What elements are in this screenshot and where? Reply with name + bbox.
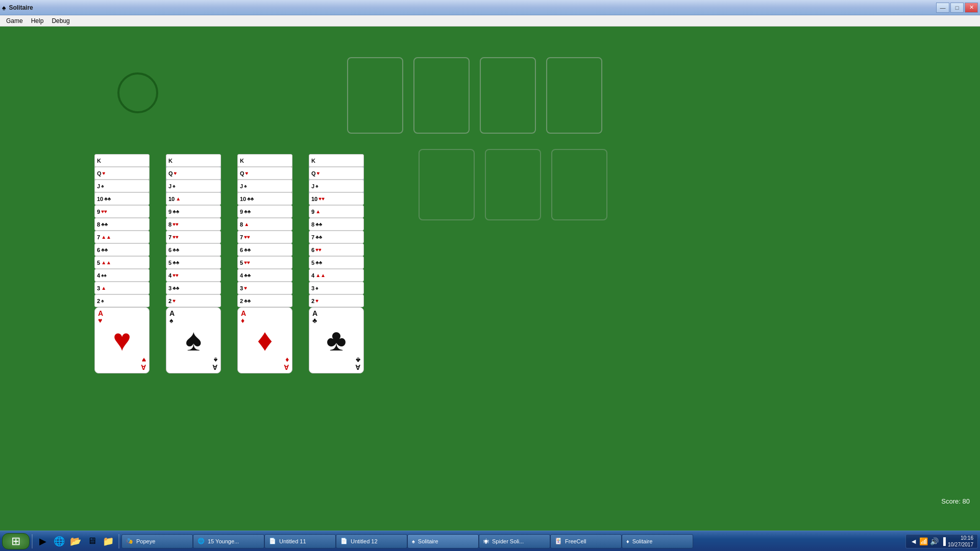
card-10-1[interactable]: 10 ♣♣ xyxy=(94,192,150,205)
card-6-2[interactable]: 6 ♣♣ xyxy=(166,243,221,256)
card-4-4[interactable]: 4 ▲▲ xyxy=(309,269,364,282)
card-10-4[interactable]: 10 ♥♥ xyxy=(309,192,364,205)
foundation-slot-1[interactable] xyxy=(347,57,403,134)
app-icon: ♠ xyxy=(2,4,6,12)
card-K-1[interactable]: K xyxy=(94,154,150,167)
foundation-slot-4[interactable] xyxy=(546,57,602,134)
taskbar-btn-solitaire[interactable]: ♠ Solitaire xyxy=(407,534,479,548)
foundation-slot-3[interactable] xyxy=(480,57,536,134)
card-3-3[interactable]: 3 ♥ xyxy=(237,282,292,294)
extra-slot-2[interactable] xyxy=(485,149,541,220)
doc-icon-1: 📄 xyxy=(269,538,276,544)
card-2-4[interactable]: 2 ♥ xyxy=(309,294,364,307)
tableau-col-4: K Q ♥ J ♠ 10 ♥♥ 9 ▲ 8 ♣♣ 7 ♣♣ 6 ♥♥ 5 ♣♣ … xyxy=(309,154,365,409)
card-J-2[interactable]: J ♠ xyxy=(166,180,221,192)
taskbar-quicklaunch-3[interactable]: 📂 xyxy=(67,534,84,549)
card-Q-2[interactable]: Q ♥ xyxy=(166,167,221,180)
card-8-3[interactable]: 8 ▲ xyxy=(237,218,292,231)
card-8-4[interactable]: 8 ♣♣ xyxy=(309,218,364,231)
start-button[interactable]: ⊞ xyxy=(2,533,30,549)
card-9-1[interactable]: 9 ♥♥ xyxy=(94,205,150,218)
clock-time: 10:16 xyxy=(948,535,973,541)
taskbar-btn-freecell[interactable]: 🃏 FreeCell xyxy=(550,534,622,548)
card-2-3[interactable]: 2 ♣♣ xyxy=(237,294,292,307)
card-8-2[interactable]: 8 ♥♥ xyxy=(166,218,221,231)
card-9-4[interactable]: 9 ▲ xyxy=(309,205,364,218)
taskbar-quicklaunch-5[interactable]: 📁 xyxy=(100,534,116,549)
card-J-1[interactable]: J ♠ xyxy=(94,180,150,192)
close-button[interactable]: ✕ xyxy=(965,3,978,13)
card-J-3[interactable]: J ♠ xyxy=(237,180,292,192)
card-A-1[interactable]: A♥ ♥ A♥ xyxy=(94,307,150,373)
card-Q-3[interactable]: Q ♥ xyxy=(237,167,292,180)
extra-area xyxy=(419,149,607,220)
card-K-2[interactable]: K xyxy=(166,154,221,167)
card-9-2[interactable]: 9 ♣♣ xyxy=(166,205,221,218)
card-5-2[interactable]: 5 ♣♣ xyxy=(166,256,221,269)
card-Q-1[interactable]: Q ♥ xyxy=(94,167,150,180)
card-K-4[interactable]: K xyxy=(309,154,364,167)
card-5-4[interactable]: 5 ♣♣ xyxy=(309,256,364,269)
taskbar-btn-untitled2[interactable]: 📄 Untitled 12 xyxy=(336,534,407,548)
card-A-4[interactable]: A♣ ♣ A♣ xyxy=(309,307,364,373)
system-clock[interactable]: 10:16 10/27/2017 xyxy=(948,535,973,548)
card-7-4[interactable]: 7 ♣♣ xyxy=(309,231,364,243)
card-2-1[interactable]: 2 ♠ xyxy=(94,294,150,307)
card-5-3[interactable]: 5 ♥♥ xyxy=(237,256,292,269)
card-3-1[interactable]: 3 ▲ xyxy=(94,282,150,294)
score-display: Score: 80 xyxy=(941,497,970,505)
tray-sound-icon[interactable]: 🔊 xyxy=(930,537,939,545)
card-6-1[interactable]: 6 ♣♣ xyxy=(94,243,150,256)
taskbar-btn-untitled1[interactable]: 📄 Untitled 11 xyxy=(264,534,336,548)
card-7-2[interactable]: 7 ♥♥ xyxy=(166,231,221,243)
card-4-3[interactable]: 4 ♣♣ xyxy=(237,269,292,282)
foundation-slot-2[interactable] xyxy=(413,57,470,134)
card-A-2[interactable]: A♠ ♠ A♠ xyxy=(166,307,221,373)
minimize-button[interactable]: — xyxy=(936,3,949,13)
card-9-3[interactable]: 9 ♣♣ xyxy=(237,205,292,218)
popeye-label: Popeye xyxy=(136,538,155,544)
card-2-2[interactable]: 2 ♥ xyxy=(166,294,221,307)
card-A-3[interactable]: A♦ ♦ A♦ xyxy=(237,307,292,373)
menu-game[interactable]: Game xyxy=(2,16,27,26)
popeye-icon: 🎭 xyxy=(126,538,133,544)
taskbar-btn-ie[interactable]: 🌐 15 Younge... xyxy=(193,534,264,548)
spider-label: Spider Soli... xyxy=(492,538,524,544)
tray-network-icon[interactable]: 📶 xyxy=(919,537,928,545)
tray-volume-icon[interactable]: ▐ xyxy=(941,537,946,545)
menu-bar: Game Help Debug xyxy=(0,15,980,27)
card-7-1[interactable]: 7 ▲▲ xyxy=(94,231,150,243)
card-8-1[interactable]: 8 ♣♣ xyxy=(94,218,150,231)
card-J-4[interactable]: J ♠ xyxy=(309,180,364,192)
menu-help[interactable]: Help xyxy=(27,16,48,26)
card-Q-4[interactable]: Q ♥ xyxy=(309,167,364,180)
card-10-3[interactable]: 10 ♣♣ xyxy=(237,192,292,205)
menu-debug[interactable]: Debug xyxy=(47,16,74,26)
foundation-area xyxy=(347,57,602,134)
tableau-area: K Q ♥ J ♠ 10 ♣♣ 9 ♥♥ 8 ♣♣ 7 ▲▲ 6 ♣♣ 5 ▲▲… xyxy=(94,154,365,409)
tray-arrow-icon[interactable]: ◄ xyxy=(910,537,917,545)
card-6-4[interactable]: 6 ♥♥ xyxy=(309,243,364,256)
taskbar-quicklaunch-4[interactable]: 🖥 xyxy=(84,534,100,549)
card-5-1[interactable]: 5 ▲▲ xyxy=(94,256,150,269)
taskbar-btn-popeye[interactable]: 🎭 Popeye xyxy=(121,534,193,548)
taskbar-quicklaunch-2[interactable]: 🌐 xyxy=(51,534,67,549)
extra-slot-3[interactable] xyxy=(551,149,607,220)
card-3-4[interactable]: 3 ♠ xyxy=(309,282,364,294)
card-4-2[interactable]: 4 ♥♥ xyxy=(166,269,221,282)
card-7-3[interactable]: 7 ♥♥ xyxy=(237,231,292,243)
card-6-3[interactable]: 6 ♣♣ xyxy=(237,243,292,256)
card-4-1[interactable]: 4 ♠♠ xyxy=(94,269,150,282)
solitaire2-label: Solitaire xyxy=(632,538,653,544)
taskbar-btn-spider[interactable]: 🕷 Spider Soli... xyxy=(479,534,550,548)
card-10-2[interactable]: 10 ▲ xyxy=(166,192,221,205)
untitled2-label: Untitled 12 xyxy=(351,538,378,544)
card-3-2[interactable]: 3 ♣♣ xyxy=(166,282,221,294)
maximize-button[interactable]: □ xyxy=(950,3,964,13)
stock-pile[interactable] xyxy=(117,72,158,113)
taskbar-btn-solitaire2[interactable]: ♦ Solitaire xyxy=(622,534,693,548)
card-K-3[interactable]: K xyxy=(237,154,292,167)
taskbar-quicklaunch-1[interactable]: ▶ xyxy=(35,534,51,549)
solitaire-label: Solitaire xyxy=(418,538,438,544)
extra-slot-1[interactable] xyxy=(419,149,475,220)
